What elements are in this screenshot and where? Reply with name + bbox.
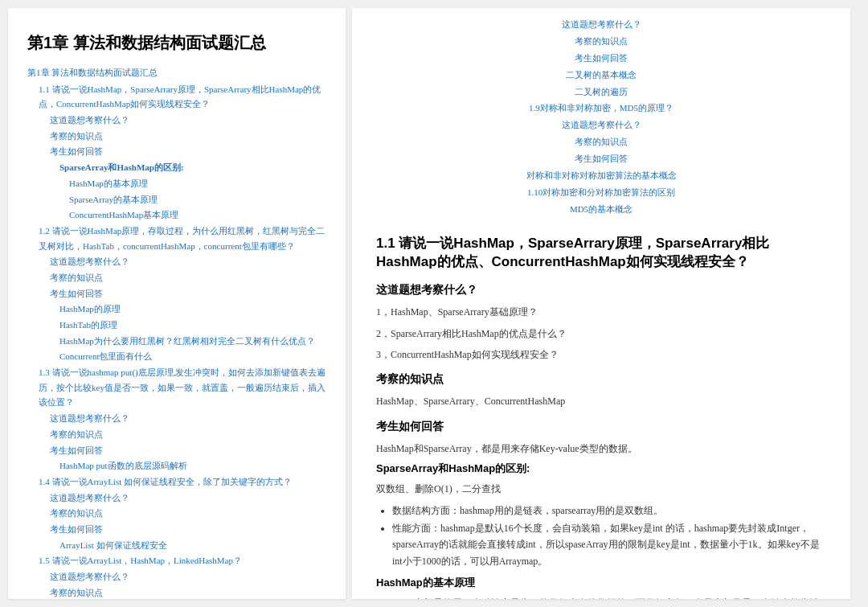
toc: 第1章 算法和数据结构面试题汇总1.1 请说一说HashMap，SparseAr… (27, 65, 326, 599)
left-title: 第1章 算法和数据结构面试题汇总 (27, 32, 326, 54)
toc-item[interactable]: 这道题想考察什么？ (27, 569, 326, 584)
answer-intro: HashMap和SparseArray，都是用来存储Key-value类型的数据… (376, 441, 826, 457)
toc-item[interactable]: 考生如何回答 (27, 286, 326, 301)
toc-item[interactable]: 这道题想考察什么？ (27, 411, 326, 426)
top-toc-link[interactable]: 这道题想考察什么？ (376, 117, 826, 133)
toc-item[interactable]: SparseArray的基本原理 (27, 192, 326, 207)
question-item: 2，SparseArrary相比HashMap的优点是什么？ (376, 326, 826, 342)
section-title: 1.1 请说一说HashMap，SparseArrary原理，SparseArr… (376, 234, 826, 273)
questions-list: 1，HashMap、SparseArrary基础原理？2，SparseArrar… (376, 304, 826, 363)
left-panel[interactable]: 第1章 算法和数据结构面试题汇总 第1章 算法和数据结构面试题汇总1.1 请说一… (8, 8, 346, 599)
diff-bullet: 数据结构方面：hashmap用的是链表，sparsearray用的是双数组。 (392, 502, 826, 519)
toc-item[interactable]: 1.1 请说一说HashMap，SparseArrary原理，SparseArr… (27, 82, 326, 112)
toc-item[interactable]: 考生如何回答 (27, 443, 326, 458)
toc-item[interactable]: SparseArray和HashMap的区别: (27, 160, 326, 175)
question-item: 1，HashMap、SparseArrary基础原理？ (376, 304, 826, 320)
q-title: 这道题想考察什么？ (376, 283, 826, 297)
toc-item[interactable]: 考生如何回答 (27, 522, 326, 537)
toc-item[interactable]: 考察的知识点 (27, 585, 326, 599)
question-item: 3，ConcurrentHashMap如何实现线程安全？ (376, 347, 826, 363)
toc-item[interactable]: Concurrent包里面有什么 (27, 349, 326, 364)
top-toc-link[interactable]: 这道题想考察什么？ (376, 16, 826, 33)
toc-item[interactable]: 1.4 请说一说ArrayList 如何保证线程安全，除了加关键字的方式？ (27, 474, 326, 490)
hashmap-title: HashMap的基本原理 (376, 576, 826, 590)
toc-item[interactable]: HashMap为什么要用红黑树？红黑树相对完全二叉树有什么优点？ (27, 334, 326, 349)
top-toc-link[interactable]: 考生如何回答 (376, 150, 826, 167)
top-toc-link[interactable]: MD5的基本概念 (376, 201, 826, 218)
top-toc-link[interactable]: 考生如何回答 (376, 50, 826, 67)
toc-item[interactable]: 考生如何回答 (27, 144, 326, 159)
answer-section: 考生如何回答 HashMap和SparseArray，都是用来存储Key-val… (376, 420, 826, 599)
toc-item[interactable]: HashMap的原理 (27, 301, 326, 317)
toc-item[interactable]: ArrayList 如何保证线程安全 (27, 538, 326, 553)
top-toc-link[interactable]: 二叉树的遍历 (376, 84, 826, 100)
toc-item[interactable]: HashTab的原理 (27, 318, 326, 333)
toc-item[interactable]: 第1章 算法和数据结构面试题汇总 (27, 65, 326, 80)
right-panel[interactable]: 这道题想考察什么？考察的知识点考生如何回答二叉树的基本概念二叉树的遍历1.9对称… (352, 8, 850, 599)
main-container: 第1章 算法和数据结构面试题汇总 第1章 算法和数据结构面试题汇总1.1 请说一… (8, 8, 860, 599)
top-toc-link[interactable]: 对称和非对称对称加密算法的基本概念 (376, 167, 826, 184)
toc-item[interactable]: 这道题想考察什么？ (27, 254, 326, 269)
toc-item[interactable]: 考察的知识点 (27, 506, 326, 521)
diff-bullet: 性能方面：hashmap是默认16个长度，会自动装箱，如果key是int 的话，… (392, 520, 826, 569)
answer-title: 考生如何回答 (376, 420, 826, 434)
toc-item[interactable]: 考察的知识点 (27, 270, 326, 285)
knowledge-content: HashMap、SparseArrary、ConcurrentHashMap (376, 393, 826, 409)
diff-title: SparseArray和HashMap的区别: (376, 461, 826, 476)
toc-item[interactable]: 1.2 请说一说HashMap原理，存取过程，为什么用红黑树，红黑树与完全二叉树… (27, 224, 326, 253)
top-toc-link[interactable]: 考察的知识点 (376, 33, 826, 50)
top-toc-link[interactable]: 1.10对称加密和分对称加密算法的区别 (376, 184, 826, 201)
diff-subtitle: 双数组、删除O(1)，二分查找 (376, 481, 826, 497)
top-toc-link[interactable]: 二叉树的基本概念 (376, 67, 826, 84)
question-section: 这道题想考察什么？ 1，HashMap、SparseArrary基础原理？2，S… (376, 283, 826, 363)
toc-item[interactable]: 1.5 请说一说ArrayList，HashMap，LinkedHashMap？ (27, 553, 326, 568)
toc-item[interactable]: 考察的知识点 (27, 129, 326, 144)
knowledge-section: 考察的知识点 HashMap、SparseArrary、ConcurrentHa… (376, 372, 826, 409)
knowledge-title: 考察的知识点 (376, 372, 826, 387)
top-toc-link[interactable]: 考察的知识点 (376, 133, 826, 150)
toc-item[interactable]: 这道题想考察什么？ (27, 113, 326, 128)
toc-item[interactable]: HashMap的基本原理 (27, 176, 326, 191)
right-content: 1.1 请说一说HashMap，SparseArrary原理，SparseArr… (376, 234, 826, 599)
toc-item[interactable]: HashMap put函数的底层源码解析 (27, 458, 326, 474)
top-toc-link[interactable]: 1.9对称和非对称加密，MD5的原理？ (376, 100, 826, 117)
toc-item[interactable]: 1.3 请说一说hashmap put()底层原理,发生冲突时，如何去添加新键值… (27, 365, 326, 410)
toc-item[interactable]: 这道题想考察什么？ (27, 490, 326, 506)
hashmap-content: HashMap内部是使用一个默认容量为16的数组来存储数据的，而数组中每一个元素… (376, 595, 826, 599)
toc-item[interactable]: 考察的知识点 (27, 427, 326, 442)
diff-bullets: 数据结构方面：hashmap用的是链表，sparsearray用的是双数组。性能… (392, 502, 826, 570)
toc-item[interactable]: ConcurrentHashMap基本原理 (27, 207, 326, 223)
right-top-toc: 这道题想考察什么？考察的知识点考生如何回答二叉树的基本概念二叉树的遍历1.9对称… (376, 16, 826, 218)
